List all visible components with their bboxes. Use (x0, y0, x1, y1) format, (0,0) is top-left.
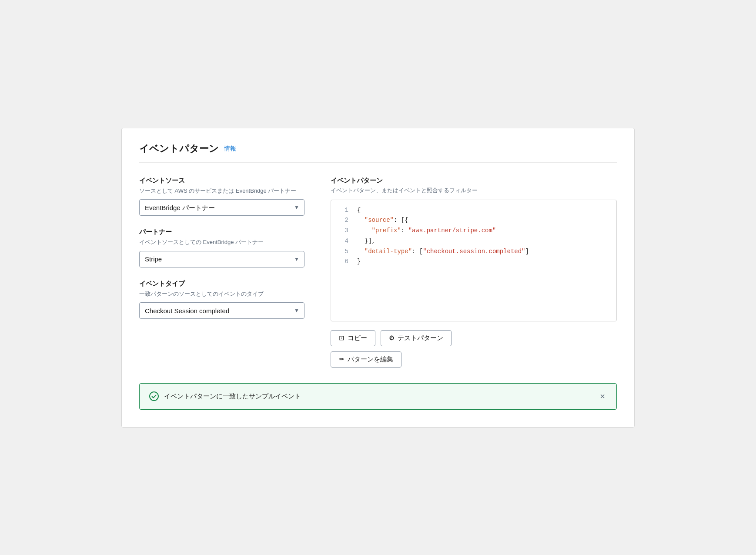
code-line-1: 1 { (331, 205, 616, 216)
copy-button[interactable]: ⊡ コピー (331, 330, 375, 346)
banner-text: イベントパターンに一致したサンプルイベント (164, 392, 301, 401)
line-num-1: 1 (338, 205, 348, 216)
main-card: イベントパターン 情報 イベントソース ソースとして AWS のサービスまたは … (121, 128, 635, 428)
code-line-1-content: { (357, 205, 361, 216)
info-link[interactable]: 情報 (224, 145, 236, 153)
event-type-select[interactable]: Checkout Session completed (139, 302, 304, 319)
right-panel: イベントパターン イベントパターン、またはイベントと照合するフィルター 1 { … (331, 177, 617, 368)
test-pattern-button-label: テストパターン (398, 334, 443, 342)
button-row-2: ✏ パターンを編集 (331, 351, 617, 368)
check-circle-icon (149, 391, 159, 401)
gear-icon: ⚙ (389, 334, 395, 342)
pattern-label: イベントパターン (331, 177, 617, 185)
event-type-select-wrapper: Checkout Session completed ▼ (139, 302, 304, 319)
source-label: イベントソース (139, 177, 304, 185)
code-line-5-content: "detail-type": ["checkout.session.comple… (357, 247, 529, 257)
section-title: イベントパターン (139, 142, 219, 155)
button-row-1: ⊡ コピー ⚙ テストパターン (331, 330, 617, 346)
line-num-6: 6 (338, 257, 348, 267)
code-line-3-content: "prefix": "aws.partner/stripe.com" (357, 226, 496, 236)
source-select-wrapper: EventBridge パートナー ▼ (139, 199, 304, 216)
partner-select-wrapper: Stripe ▼ (139, 251, 304, 267)
event-type-label: イベントタイプ (139, 280, 304, 288)
code-line-2-content: "source": [{ (357, 215, 408, 226)
source-description: ソースとして AWS のサービスまたは EventBridge パートナー (139, 187, 304, 195)
content-area: イベントソース ソースとして AWS のサービスまたは EventBridge … (139, 177, 617, 368)
code-line-5: 5 "detail-type": ["checkout.session.comp… (331, 247, 616, 257)
copy-icon: ⊡ (339, 334, 345, 342)
copy-button-label: コピー (348, 334, 367, 342)
line-num-2: 2 (338, 215, 348, 226)
code-line-2: 2 "source": [{ (331, 215, 616, 226)
line-num-4: 4 (338, 236, 348, 247)
banner-close-button[interactable]: × (598, 391, 607, 401)
partner-description: イベントソースとしての EventBridge パートナー (139, 238, 304, 247)
banner-left: イベントパターンに一致したサンプルイベント (149, 391, 301, 401)
event-type-description: 一致パターンのソースとしてのイベントのタイプ (139, 290, 304, 298)
test-pattern-button[interactable]: ⚙ テストパターン (381, 330, 452, 346)
partner-label: パートナー (139, 228, 304, 236)
pencil-icon: ✏ (339, 355, 345, 363)
pattern-description: イベントパターン、またはイベントと照合するフィルター (331, 187, 617, 194)
section-title-row: イベントパターン 情報 (139, 142, 617, 163)
event-source-group: イベントソース ソースとして AWS のサービスまたは EventBridge … (139, 177, 304, 216)
edit-pattern-button[interactable]: ✏ パターンを編集 (331, 351, 401, 368)
partner-select[interactable]: Stripe (139, 251, 304, 267)
code-line-6: 6 } (331, 257, 616, 267)
left-panel: イベントソース ソースとして AWS のサービスまたは EventBridge … (139, 177, 304, 368)
line-num-3: 3 (338, 226, 348, 236)
event-type-group: イベントタイプ 一致パターンのソースとしてのイベントのタイプ Checkout … (139, 280, 304, 319)
success-banner: イベントパターンに一致したサンプルイベント × (139, 383, 617, 410)
code-line-4-content: }], (357, 236, 375, 247)
edit-pattern-button-label: パターンを編集 (348, 355, 393, 364)
code-editor[interactable]: 1 { 2 "source": [{ 3 "prefix": "aws.part… (331, 200, 617, 321)
partner-group: パートナー イベントソースとしての EventBridge パートナー Stri… (139, 228, 304, 267)
code-line-6-content: } (357, 257, 361, 267)
line-num-5: 5 (338, 247, 348, 257)
code-line-3: 3 "prefix": "aws.partner/stripe.com" (331, 226, 616, 236)
svg-point-0 (150, 392, 158, 401)
code-line-4: 4 }], (331, 236, 616, 247)
source-select[interactable]: EventBridge パートナー (139, 199, 304, 216)
